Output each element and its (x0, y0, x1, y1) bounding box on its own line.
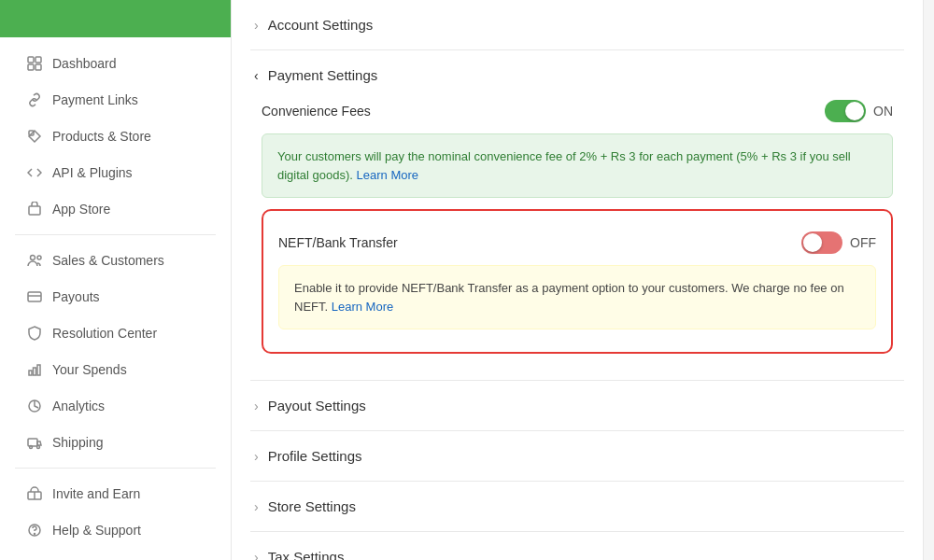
logo-area (0, 0, 231, 37)
sidebar-item-label: Help & Support (52, 523, 141, 538)
chevron-right-icon: › (254, 18, 259, 33)
account-settings-row[interactable]: › Account Settings (250, 0, 904, 50)
shield-icon (26, 325, 43, 342)
convenience-fees-info-box: Your customers will pay the nominal conv… (262, 133, 893, 198)
tag-icon (26, 128, 43, 145)
truck-icon (26, 434, 43, 451)
svg-rect-8 (28, 292, 41, 301)
neft-highlighted-section: NEFT/Bank Transfer OFF Enable it to prov… (262, 209, 893, 354)
credit-card-icon (26, 288, 43, 305)
chevron-down-icon: ‹ (254, 68, 259, 83)
tax-settings-label: Tax Settings (268, 549, 345, 560)
sidebar-item-label: Payment Links (52, 92, 138, 107)
sidebar-item-payment-links[interactable]: Payment Links (7, 82, 223, 118)
sidebar-item-resolution-center[interactable]: Resolution Center (7, 315, 223, 351)
convenience-fees-block: Convenience Fees ON Your customers will … (254, 94, 900, 198)
gift-icon (26, 485, 43, 502)
neft-learn-more[interactable]: Learn More (332, 300, 393, 314)
sidebar-item-label: Your Spends (52, 362, 127, 377)
grid-icon (26, 55, 43, 72)
sidebar-item-payouts[interactable]: Payouts (7, 279, 223, 315)
convenience-fees-toggle-row: Convenience Fees ON (262, 94, 893, 133)
users-icon (26, 252, 43, 269)
chevron-right-icon: › (254, 499, 259, 514)
right-panel (923, 0, 934, 560)
box-icon (26, 201, 43, 217)
divider-2 (15, 468, 216, 469)
svg-rect-14 (28, 439, 37, 446)
chevron-right-icon: › (254, 399, 259, 413)
sidebar-item-label: Dashboard (52, 56, 117, 71)
chevron-right-icon: › (254, 550, 259, 561)
svg-point-20 (35, 534, 35, 535)
sidebar-item-label: Invite and Earn (52, 486, 140, 501)
svg-rect-10 (29, 371, 32, 375)
toggle-knob (845, 102, 864, 120)
svg-rect-12 (37, 365, 40, 375)
svg-point-15 (30, 446, 33, 449)
svg-rect-2 (28, 64, 34, 70)
sidebar-item-sales-customers[interactable]: Sales & Customers (7, 243, 223, 278)
sidebar-item-label: Products & Store (52, 129, 151, 144)
payment-settings-label: Payment Settings (268, 67, 378, 83)
payout-settings-label: Payout Settings (268, 398, 366, 413)
neft-status: OFF (850, 235, 876, 250)
svg-rect-1 (35, 57, 41, 63)
sidebar-item-dashboard[interactable]: Dashboard (7, 46, 223, 81)
divider-1 (15, 234, 216, 235)
analytics-icon (26, 398, 43, 414)
chevron-right-icon: › (254, 449, 259, 464)
sidebar-item-api-plugins[interactable]: API & Plugins (7, 155, 223, 190)
sidebar-item-invite-earn[interactable]: Invite and Earn (7, 476, 223, 511)
store-settings-row[interactable]: › Store Settings (250, 482, 904, 532)
sidebar-item-help-support[interactable]: Help & Support (7, 512, 223, 548)
sidebar-item-products-store[interactable]: Products & Store (7, 119, 223, 154)
link-icon (26, 91, 43, 108)
svg-rect-3 (35, 64, 41, 70)
profile-settings-label: Profile Settings (268, 448, 362, 464)
sidebar-item-label: Payouts (52, 289, 100, 304)
convenience-fees-toggle-right: ON (825, 100, 893, 122)
sidebar-item-label: Shipping (52, 435, 104, 450)
sidebar-item-label: App Store (52, 202, 110, 217)
sidebar: Dashboard Payment Links Products & Store… (0, 0, 232, 560)
sidebar-item-app-store[interactable]: App Store (7, 191, 223, 227)
help-circle-icon (26, 522, 43, 539)
settings-list: › Account Settings ‹ Payment Settings Co… (232, 0, 923, 560)
neft-label: NEFT/Bank Transfer (278, 235, 398, 250)
neft-block: NEFT/Bank Transfer OFF Enable it to prov… (254, 209, 900, 354)
neft-toggle-knob (803, 233, 822, 252)
sidebar-item-analytics[interactable]: Analytics (7, 388, 223, 424)
main-content: › Account Settings ‹ Payment Settings Co… (232, 0, 923, 560)
svg-rect-0 (28, 57, 34, 63)
sidebar-item-label: API & Plugins (52, 165, 133, 180)
sidebar-item-your-spends[interactable]: Your Spends (7, 352, 223, 387)
convenience-fees-label: Convenience Fees (262, 104, 371, 119)
svg-point-7 (37, 256, 41, 259)
sidebar-item-label: Sales & Customers (52, 253, 164, 268)
sidebar-item-label: Analytics (52, 399, 105, 413)
profile-settings-row[interactable]: › Profile Settings (250, 431, 904, 482)
account-settings-label: Account Settings (268, 17, 374, 33)
svg-rect-11 (34, 368, 36, 375)
sidebar-item-label: Resolution Center (52, 326, 157, 341)
convenience-fees-learn-more[interactable]: Learn More (357, 168, 418, 182)
sidebar-item-shipping[interactable]: Shipping (7, 425, 223, 460)
sidebar-nav: Dashboard Payment Links Products & Store… (0, 37, 231, 560)
tax-settings-row[interactable]: › Tax Settings (250, 532, 904, 560)
convenience-fees-status: ON (873, 104, 893, 119)
neft-toggle[interactable] (801, 231, 842, 254)
svg-point-6 (31, 256, 35, 260)
svg-point-16 (37, 446, 40, 449)
store-settings-label: Store Settings (268, 498, 356, 514)
code-icon (26, 164, 43, 181)
payment-settings-section: ‹ Payment Settings Convenience Fees ON Y… (250, 50, 904, 381)
neft-info-box: Enable it to provide NEFT/Bank Transfer … (278, 265, 876, 329)
neft-toggle-row: NEFT/Bank Transfer OFF (278, 226, 876, 265)
payout-settings-row[interactable]: › Payout Settings (250, 381, 904, 431)
neft-toggle-right: OFF (801, 231, 876, 254)
bar-chart-icon (26, 361, 43, 378)
svg-rect-5 (29, 206, 40, 215)
payment-settings-header[interactable]: ‹ Payment Settings (254, 50, 900, 94)
convenience-fees-toggle[interactable] (825, 100, 866, 122)
